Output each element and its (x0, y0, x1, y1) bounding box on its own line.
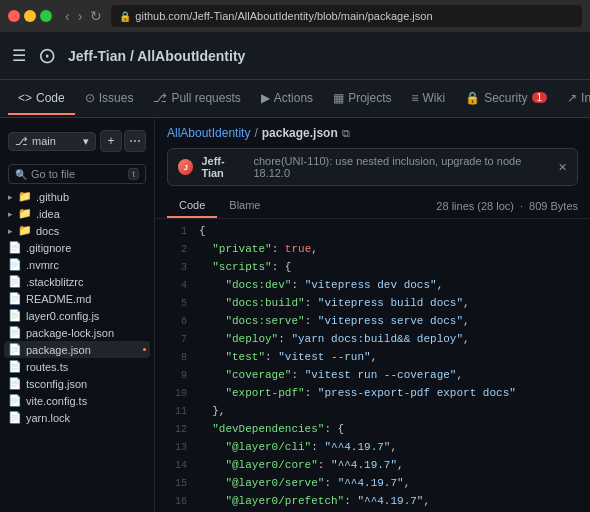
code-line: 14 "@layer0/core": "^^4.19.7", (155, 457, 590, 475)
code-icon: <> (18, 91, 32, 105)
folder-github[interactable]: ▸ 📁 .github (4, 188, 150, 205)
code-line: 11 }, (155, 403, 590, 421)
file-readme[interactable]: 📄 README.md (4, 290, 150, 307)
line-content: "deploy": "yarn docs:build&& deploy", (199, 331, 470, 349)
line-number: 11 (163, 403, 187, 420)
file-stackblitzrc[interactable]: 📄 .stackblitzrc (4, 273, 150, 290)
chevron-down-icon: ▾ (83, 135, 89, 148)
branch-section: ⎇ main ▾ + ⋯ (0, 126, 154, 160)
tab-file-code[interactable]: Code (167, 194, 217, 218)
wiki-icon: ≡ (411, 91, 418, 105)
line-content: "@layer0/cli": "^^4.19.7", (199, 439, 397, 457)
line-number: 12 (163, 421, 187, 438)
file-icon: 📄 (8, 258, 22, 271)
commit-banner: J Jeff-Tian chore(UNI-110): use nested i… (167, 148, 578, 186)
file-icon: 📄 (8, 275, 22, 288)
tab-blame-label: Blame (229, 199, 260, 211)
code-line: 7 "deploy": "yarn docs:build&& deploy", (155, 331, 590, 349)
window-controls (8, 10, 52, 22)
code-container[interactable]: 1{2 "private": true,3 "scripts": {4 "doc… (155, 219, 590, 512)
tab-issues[interactable]: ⊙ Issues (75, 83, 144, 115)
folder-idea[interactable]: ▸ 📁 .idea (4, 205, 150, 222)
refresh-btn[interactable]: ↻ (87, 8, 105, 24)
code-line: 2 "private": true, (155, 241, 590, 259)
line-number: 2 (163, 241, 187, 258)
file-package-lock[interactable]: 📄 package-lock.json (4, 324, 150, 341)
code-line: 8 "test": "vitest --run", (155, 349, 590, 367)
file-package-json-label: package.json (26, 344, 91, 356)
tab-code-label: Code (179, 199, 205, 211)
more-options-btn[interactable]: ⋯ (124, 130, 146, 152)
chevron-right-icon: ▸ (8, 192, 13, 202)
browser-bar: ‹ › ↻ 🔒 github.com/Jeff-Tian/AllAboutIde… (0, 0, 590, 32)
line-content: { (199, 223, 206, 241)
code-line: 6 "docs:serve": "vitepress serve docs", (155, 313, 590, 331)
projects-icon: ▦ (333, 91, 344, 105)
tab-code[interactable]: <> Code (8, 83, 75, 115)
github-logo[interactable]: ⊙ (38, 43, 56, 69)
copy-path-icon[interactable]: ⧉ (342, 127, 350, 140)
content-area: AllAboutIdentity / package.json ⧉ J Jeff… (155, 118, 590, 512)
add-file-btn[interactable]: + (100, 130, 122, 152)
tab-security[interactable]: 🔒 Security 1 (455, 83, 557, 115)
back-btn[interactable]: ‹ (62, 8, 73, 24)
forward-btn[interactable]: › (75, 8, 86, 24)
file-icon: 📄 (8, 326, 22, 339)
tab-insights[interactable]: ↗ Insights (557, 83, 590, 115)
branch-select[interactable]: ⎇ main ▾ (8, 132, 96, 151)
tab-insights-label: Insights (581, 91, 590, 105)
issues-icon: ⊙ (85, 91, 95, 105)
sidebar: ⎇ main ▾ + ⋯ 🔍 Go to file t ▸ 📁 .github (0, 118, 155, 512)
line-content: "docs:build": "vitepress build docs", (199, 295, 470, 313)
address-bar[interactable]: 🔒 github.com/Jeff-Tian/AllAboutIdentity/… (111, 5, 582, 27)
tab-projects[interactable]: ▦ Projects (323, 83, 401, 115)
code-line: 9 "coverage": "vitest run --coverage", (155, 367, 590, 385)
file-routes[interactable]: 📄 routes.ts (4, 358, 150, 375)
file-nvmrc[interactable]: 📄 .nvmrc (4, 256, 150, 273)
file-yarn-lock[interactable]: 📄 yarn.lock (4, 409, 150, 426)
minimize-window-btn[interactable] (24, 10, 36, 22)
line-content: "@layer0/core": "^^4.19.7", (199, 457, 404, 475)
code-line: 12 "devDependencies": { (155, 421, 590, 439)
tab-wiki[interactable]: ≡ Wiki (401, 83, 455, 115)
main-layout: ⎇ main ▾ + ⋯ 🔍 Go to file t ▸ 📁 .github (0, 118, 590, 512)
lock-icon: 🔒 (119, 11, 131, 22)
insights-icon: ↗ (567, 91, 577, 105)
maximize-window-btn[interactable] (40, 10, 52, 22)
file-package-lock-label: package-lock.json (26, 327, 114, 339)
file-viteconfig[interactable]: 📄 vite.config.ts (4, 392, 150, 409)
line-content: "test": "vitest --run", (199, 349, 377, 367)
breadcrumb-repo[interactable]: AllAboutIdentity (167, 126, 250, 140)
folder-docs-label: docs (36, 225, 59, 237)
code-line: 5 "docs:build": "vitepress build docs", (155, 295, 590, 313)
file-icon: 📄 (8, 411, 22, 424)
folder-docs[interactable]: ▸ 📁 docs (4, 222, 150, 239)
file-search-box[interactable]: 🔍 Go to file t (8, 164, 146, 184)
tab-actions[interactable]: ▶ Actions (251, 83, 323, 115)
file-icon: 📄 (8, 377, 22, 390)
file-stackblitzrc-label: .stackblitzrc (26, 276, 83, 288)
close-banner-btn[interactable]: ✕ (558, 161, 567, 174)
file-routes-label: routes.ts (26, 361, 68, 373)
hamburger-icon[interactable]: ☰ (12, 46, 26, 65)
file-gitignore[interactable]: 📄 .gitignore (4, 239, 150, 256)
url-text: github.com/Jeff-Tian/AllAboutIdentity/bl… (135, 10, 432, 22)
actions-icon: ▶ (261, 91, 270, 105)
folder-github-label: .github (36, 191, 69, 203)
line-number: 16 (163, 493, 187, 510)
tab-actions-label: Actions (274, 91, 313, 105)
close-window-btn[interactable] (8, 10, 20, 22)
file-icon: 📄 (8, 360, 22, 373)
tab-pull-requests[interactable]: ⎇ Pull requests (143, 83, 250, 115)
author-avatar: J (178, 159, 193, 175)
code-line: 4 "docs:dev": "vitepress dev docs", (155, 277, 590, 295)
file-lines: 28 lines (28 loc) (436, 200, 514, 212)
tab-file-blame[interactable]: Blame (217, 194, 272, 218)
line-number: 9 (163, 367, 187, 384)
file-layer0config[interactable]: 📄 layer0.config.js (4, 307, 150, 324)
file-package-json[interactable]: 📄 package.json (4, 341, 150, 358)
file-tsconfig[interactable]: 📄 tsconfig.json (4, 375, 150, 392)
file-nvmrc-label: .nvmrc (26, 259, 59, 271)
folder-icon: 📁 (18, 207, 32, 220)
file-layer0config-label: layer0.config.js (26, 310, 99, 322)
